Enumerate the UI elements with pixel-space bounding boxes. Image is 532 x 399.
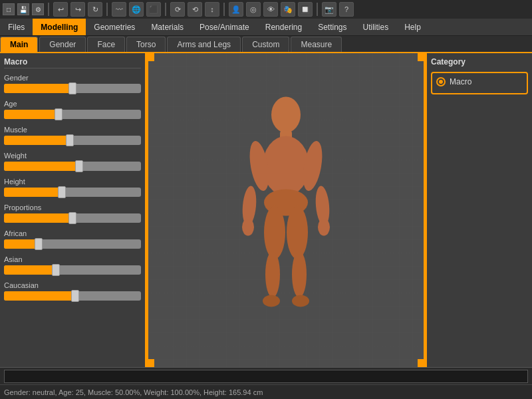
- category-macro-radio[interactable]: [436, 77, 446, 86]
- pose-icon[interactable]: ⟳: [170, 2, 185, 17]
- svg-point-13: [287, 206, 308, 259]
- svg-point-2: [263, 136, 309, 196]
- settings-icon-tb[interactable]: ⚙: [32, 3, 44, 15]
- flip-icon[interactable]: ↕: [205, 2, 219, 17]
- slider-track-3[interactable]: [4, 162, 141, 171]
- save-icon-tb[interactable]: 💾: [17, 3, 29, 15]
- slider-track-4[interactable]: [4, 188, 141, 197]
- box-icon[interactable]: 🔲: [298, 2, 313, 17]
- tab-gender[interactable]: Gender: [39, 37, 86, 52]
- slider-fill-2: [4, 136, 70, 145]
- mirror-icon[interactable]: ⟲: [188, 2, 202, 17]
- slider-label-4: Height: [4, 178, 141, 186]
- slider-fill-4: [4, 188, 62, 197]
- figure-container: [219, 90, 352, 331]
- tabbar: Main Gender Face Torso Arms and Legs Cus…: [0, 36, 532, 53]
- vp-border-right: [424, 53, 426, 367]
- main-area: Macro GenderAgeMuscleWeightHeightProport…: [0, 53, 532, 367]
- undo-icon[interactable]: ↩: [53, 2, 68, 17]
- separator: [48, 3, 49, 16]
- slider-label-5: Proportions: [4, 203, 141, 211]
- svg-point-14: [292, 251, 307, 298]
- macro-section-title: Macro: [4, 57, 141, 68]
- tab-face[interactable]: Face: [87, 37, 125, 52]
- menu-poseanimate[interactable]: Pose/Animate: [192, 19, 257, 35]
- left-panel: Macro GenderAgeMuscleWeightHeightProport…: [0, 53, 146, 367]
- viewport[interactable]: [146, 53, 426, 367]
- slider-fill-6: [4, 239, 39, 249]
- menubar: Files Modelling Geometries Materials Pos…: [0, 19, 532, 36]
- category-box: Macro: [431, 72, 528, 94]
- slider-track-6[interactable]: [4, 239, 141, 249]
- menu-utilities[interactable]: Utilities: [355, 19, 397, 35]
- right-panel: Category Macro: [426, 53, 532, 367]
- globe-icon[interactable]: 🌐: [129, 2, 144, 17]
- menu-help[interactable]: Help: [396, 19, 429, 35]
- eye-icon[interactable]: 👁: [263, 2, 278, 17]
- curve-icon[interactable]: 〰: [112, 2, 126, 17]
- slider-group-proportions: Proportions: [4, 203, 141, 223]
- menu-modelling[interactable]: Modelling: [33, 19, 86, 35]
- slider-fill-7: [4, 265, 56, 275]
- menu-files[interactable]: Files: [0, 19, 33, 35]
- slider-label-0: Gender: [4, 74, 141, 82]
- redo-icon[interactable]: ↪: [70, 2, 85, 17]
- tab-arms-and-legs[interactable]: Arms and Legs: [167, 37, 241, 52]
- slider-fill-0: [4, 84, 72, 93]
- figure-icon[interactable]: 👤: [229, 2, 243, 17]
- cmdline: [0, 367, 532, 384]
- slider-group-age: Age: [4, 100, 141, 119]
- tab-custom[interactable]: Custom: [242, 37, 289, 52]
- menu-geometries[interactable]: Geometries: [86, 19, 143, 35]
- mask-icon[interactable]: 🎭: [281, 2, 295, 17]
- slider-track-8[interactable]: [4, 291, 141, 301]
- help-icon[interactable]: ?: [339, 2, 354, 17]
- menu-rendering[interactable]: Rendering: [257, 19, 310, 35]
- tab-measure[interactable]: Measure: [291, 37, 342, 52]
- slider-track-2[interactable]: [4, 136, 141, 145]
- slider-thumb-5[interactable]: [68, 212, 76, 224]
- slider-track-7[interactable]: [4, 265, 141, 275]
- slider-thumb-2[interactable]: [66, 134, 74, 146]
- slider-label-8: Caucasian: [4, 281, 141, 289]
- vp-border-left: [146, 53, 148, 367]
- svg-point-0: [271, 97, 301, 133]
- slider-thumb-7[interactable]: [52, 264, 60, 276]
- slider-group-asian: Asian: [4, 255, 141, 275]
- slider-fill-1: [4, 110, 59, 119]
- vp-corner-bl: [146, 359, 154, 367]
- slider-thumb-0[interactable]: [68, 82, 76, 94]
- separator5: [317, 3, 318, 16]
- figure-svg: [219, 90, 352, 329]
- menu-materials[interactable]: Materials: [143, 19, 192, 35]
- slider-fill-3: [4, 162, 79, 171]
- slider-thumb-6[interactable]: [35, 238, 43, 250]
- slider-track-0[interactable]: [4, 84, 141, 93]
- slider-label-1: Age: [4, 100, 141, 108]
- target-icon[interactable]: ◎: [246, 2, 261, 17]
- svg-point-8: [318, 219, 330, 236]
- tab-main[interactable]: Main: [0, 37, 38, 52]
- slider-track-1[interactable]: [4, 110, 141, 119]
- slider-thumb-8[interactable]: [71, 290, 79, 302]
- separator3: [165, 3, 166, 16]
- slider-fill-5: [4, 213, 72, 223]
- slider-group-gender: Gender: [4, 74, 141, 93]
- tab-torso[interactable]: Torso: [126, 37, 166, 52]
- statusbar: Gender: neutral, Age: 25, Muscle: 50.00%…: [0, 384, 532, 399]
- command-input[interactable]: [4, 370, 528, 383]
- category-macro-item[interactable]: Macro: [436, 77, 523, 86]
- slider-label-7: Asian: [4, 255, 141, 263]
- slider-thumb-1[interactable]: [55, 108, 63, 120]
- slider-track-5[interactable]: [4, 213, 141, 223]
- slider-thumb-3[interactable]: [75, 160, 83, 172]
- menu-settings[interactable]: Settings: [310, 19, 354, 35]
- refresh-icon[interactable]: ↻: [88, 2, 102, 17]
- slider-label-3: Weight: [4, 152, 141, 160]
- vp-corner-tr: [418, 53, 426, 61]
- vp-corner-tl: [146, 53, 154, 61]
- camera-icon[interactable]: 📷: [322, 2, 336, 17]
- checker-icon[interactable]: ⬛: [146, 2, 161, 17]
- svg-point-5: [242, 219, 254, 236]
- slider-thumb-4[interactable]: [58, 186, 66, 198]
